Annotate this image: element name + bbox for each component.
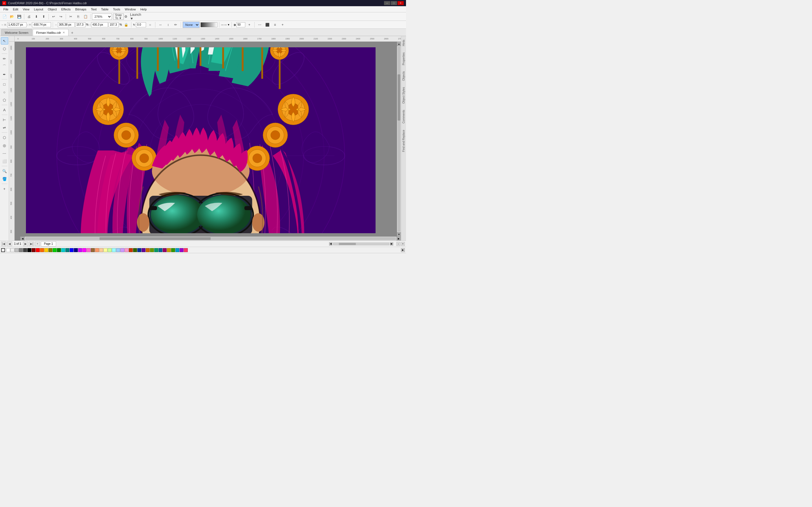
menu-help[interactable]: Help [138, 7, 149, 11]
color-lightyellow[interactable] [103, 248, 107, 252]
text-tool[interactable]: A [1, 106, 8, 114]
color-pink[interactable] [87, 248, 91, 252]
w-pct-input[interactable] [75, 22, 86, 27]
menu-view[interactable]: View [20, 7, 32, 11]
color-orange[interactable] [40, 248, 44, 252]
menu-text[interactable]: Text [89, 7, 99, 11]
zoom-out-btn[interactable]: − [396, 242, 400, 246]
next-page-btn[interactable]: ▶ [23, 242, 28, 246]
color-gray[interactable] [19, 248, 23, 252]
save-button[interactable]: 💾 [16, 13, 22, 20]
color-black[interactable] [28, 248, 31, 252]
freehand-tool[interactable]: ✏ [1, 55, 8, 62]
color-bar[interactable] [200, 22, 217, 27]
fill-dropdown[interactable]: None [183, 22, 200, 28]
pen-tool[interactable]: ✒ [1, 71, 8, 78]
properties-panel-tab[interactable]: Properties [401, 50, 406, 68]
new-button[interactable]: 📄 [1, 13, 8, 20]
color-grass[interactable] [171, 248, 175, 252]
menu-tools[interactable]: Tools [111, 7, 123, 11]
options-button[interactable]: ⚙ [122, 13, 129, 20]
close-button[interactable]: ✕ [398, 1, 404, 5]
color-steel[interactable] [158, 248, 162, 252]
canvas-area[interactable]: 0 100 200 300 400 500 600 700 800 900 10… [9, 36, 401, 240]
first-page-btn[interactable]: |◀ [1, 242, 6, 246]
color-maroon[interactable] [32, 248, 36, 252]
import-button[interactable]: ⬇ [33, 13, 40, 20]
object-styles-panel-tab[interactable]: Object Styles [401, 84, 406, 106]
color-darkgreen[interactable] [57, 248, 61, 252]
y-input[interactable]: -930.74 px [32, 22, 51, 27]
hints-panel-tab[interactable]: Hints [401, 37, 406, 49]
export-button[interactable]: ⬆ [40, 13, 47, 20]
page-1-tab[interactable]: Page 1 [41, 241, 56, 246]
menu-layout[interactable]: Layout [32, 7, 45, 11]
launch-button[interactable]: Launch ▼ [132, 13, 139, 20]
color-navy[interactable] [74, 248, 78, 252]
undo-button[interactable]: ↩ [50, 13, 57, 20]
menu-window[interactable]: Window [123, 7, 138, 11]
plus-btn[interactable]: + [279, 21, 286, 28]
color-yellowgreen[interactable] [150, 248, 154, 252]
color-olive[interactable] [49, 248, 52, 252]
color-seagreen[interactable] [154, 248, 158, 252]
envelope-tool[interactable]: ⬜ [1, 158, 8, 165]
more-options-btn[interactable]: ⋯ [256, 21, 263, 28]
scroll-right-btn[interactable]: ▶ [396, 237, 401, 240]
scrollbar-thumb-h[interactable] [100, 237, 211, 240]
color-royalblue[interactable] [137, 248, 141, 252]
copy-button[interactable]: ⎘ [75, 13, 82, 20]
scrollbar-track-h[interactable] [26, 237, 396, 240]
contour-tool[interactable]: ◎ [1, 142, 8, 149]
color-sky[interactable] [175, 248, 179, 252]
opacity-input[interactable] [236, 22, 245, 27]
tab-welcome[interactable]: Welcome Screen [1, 29, 32, 36]
h-scroll-container[interactable] [333, 242, 389, 245]
menu-effects[interactable]: Effects [59, 7, 73, 11]
angle-btn[interactable]: ○ [147, 21, 153, 28]
ellipse-tool[interactable]: ○ [1, 89, 8, 96]
color-lightblue[interactable] [116, 248, 120, 252]
find-replace-panel-tab[interactable]: Find and Replace [401, 127, 406, 154]
tab-close-icon[interactable]: ✕ [63, 31, 65, 34]
bezier-tool[interactable]: ⌒ [1, 63, 8, 70]
polygon-tool[interactable]: ⬠ [1, 96, 8, 104]
scrollbar-track-v[interactable] [398, 47, 400, 231]
select-tool[interactable]: ↖ [1, 37, 8, 45]
color-lightcyan[interactable] [112, 248, 116, 252]
color-darkorange[interactable] [146, 248, 150, 252]
scrollbar-v[interactable]: ▲ ▼ [397, 42, 401, 237]
color-forestgreen[interactable] [133, 248, 137, 252]
align-btn[interactable]: ≡ [271, 21, 278, 28]
document-canvas[interactable] [26, 47, 375, 233]
color-magenta[interactable] [82, 248, 86, 252]
color-lightgray[interactable] [10, 248, 14, 252]
nodes-btn[interactable]: ⬛ [264, 21, 271, 28]
tab-document[interactable]: Firman Hatibu.cdr ✕ [33, 29, 68, 36]
scroll-left-btn[interactable]: ◀ [20, 237, 25, 240]
rectangle-tool[interactable]: □ [1, 80, 8, 88]
comments-panel-tab[interactable]: Comments [401, 107, 406, 126]
h-pct-input[interactable] [109, 22, 119, 27]
shape-tool[interactable]: ⬡ [1, 45, 8, 52]
color-green[interactable] [53, 248, 57, 252]
color-peach[interactable] [99, 248, 103, 252]
color-brown[interactable] [91, 248, 95, 252]
menu-object[interactable]: Object [45, 7, 59, 11]
freehand-btn[interactable]: ✏ [172, 21, 179, 28]
zoom-tool[interactable]: + [1, 185, 8, 192]
print-button[interactable]: 🖨 [26, 13, 33, 20]
color-darkgray[interactable] [23, 248, 27, 252]
fill-tool[interactable]: 🪣 [1, 175, 8, 182]
color-lightpink[interactable] [124, 248, 129, 252]
color-red[interactable] [36, 248, 40, 252]
maximize-button[interactable]: □ [391, 1, 397, 5]
zoom-in-btn[interactable]: + [401, 242, 405, 246]
color-gold[interactable] [167, 248, 171, 252]
no-fill-swatch[interactable] [1, 248, 5, 252]
redo-button[interactable]: ↪ [57, 13, 64, 20]
scroll-nav-left[interactable]: ◀ [329, 242, 333, 245]
color-white[interactable] [6, 248, 10, 252]
zoom-dropdown[interactable]: 276% 100% 200% 400% Fit Page [92, 13, 112, 20]
scrollbar-thumb-v[interactable] [398, 74, 400, 121]
